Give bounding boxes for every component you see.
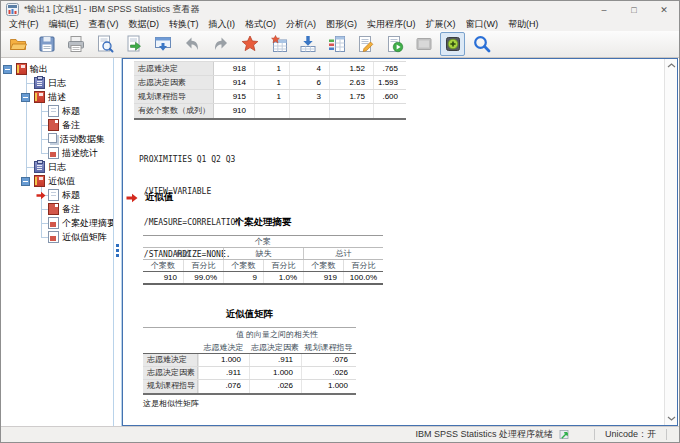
scroll-up-icon[interactable] [667, 63, 676, 68]
menu-item-data[interactable]: 数据(D) [124, 18, 165, 31]
tree-label: 近似值矩阵 [62, 231, 107, 244]
menu-item-help[interactable]: 帮助(H) [503, 18, 544, 31]
printer-icon [66, 34, 86, 54]
menu-item-utilities[interactable]: 实用程序(U) [362, 18, 421, 31]
save-button[interactable] [34, 32, 59, 56]
print-preview-button[interactable] [92, 32, 117, 56]
menu-item-file[interactable]: 文件(F) [4, 18, 44, 31]
menu-item-edit[interactable]: 编辑(E) [44, 18, 84, 31]
open-document-button[interactable] [5, 32, 30, 56]
group-header: 有效 [143, 248, 223, 259]
tree-label: 日志 [48, 77, 66, 90]
print-button[interactable] [63, 32, 88, 56]
title-bar: *输出1 [文档1] - IBM SPSS Statistics 查看器 – □… [1, 1, 679, 18]
table-footnote: 这是相似性矩阵 [143, 398, 356, 409]
undo-button[interactable] [179, 32, 204, 56]
notes-icon [48, 203, 59, 215]
sidebar-item-notes2[interactable]: 备注 [1, 202, 113, 216]
cell: 3 [289, 90, 329, 103]
sidebar-item-descriptives[interactable]: 描述 [1, 90, 113, 104]
section-heading: 近似值 [126, 191, 174, 204]
sidebar-item-title1[interactable]: 标题 [1, 104, 113, 118]
undo-icon [182, 34, 202, 54]
edit-output-button[interactable] [353, 32, 378, 56]
vertical-scrollbar[interactable] [664, 59, 677, 425]
pane-splitter[interactable] [113, 58, 122, 426]
title-page-icon [48, 105, 59, 117]
cell: 6 [289, 76, 329, 89]
table-title: 个案处理摘要 [143, 216, 383, 229]
sidebar-item-title2[interactable]: 标题 [1, 188, 113, 202]
menu-item-transform[interactable]: 转换(T) [164, 18, 204, 31]
sidebar-item-descriptive-stats[interactable]: 描述统计 [1, 146, 113, 160]
proximity-matrix-table[interactable]: 近似值矩阵 值 的向量之间的相关性 志愿难决定 志愿决定因素 规划课程指导 志愿… [143, 308, 356, 409]
sidebar-item-active-dataset[interactable]: 活动数据集 [1, 132, 113, 146]
status-separator [666, 429, 667, 440]
procedure-book-icon [34, 175, 45, 187]
sidebar-item-output[interactable]: 输出 [1, 62, 113, 76]
current-section-arrow-icon [126, 193, 138, 203]
find-button[interactable] [469, 32, 494, 56]
outline-pane: 输出 日志 描述 标题 备注 活动数据集 描述统计 日志 近似值 标题 备注 个… [1, 58, 113, 426]
column-header: 个案数 [143, 260, 183, 271]
splitter-handle-icon[interactable] [116, 244, 119, 259]
menu-item-view[interactable]: 查看(V) [84, 18, 124, 31]
sidebar-item-log2[interactable]: 日志 [1, 160, 113, 174]
cell: 1.000 [249, 367, 301, 379]
tree-label: 备注 [62, 119, 80, 132]
app-icon [6, 3, 19, 16]
designate-window-icon [443, 34, 463, 54]
tree-label: 备注 [62, 203, 80, 216]
row-label: 规划课程指导 [134, 90, 214, 103]
collapse-icon[interactable] [3, 65, 12, 74]
cell: 1.000 [198, 354, 249, 366]
menu-item-extensions[interactable]: 扩展(X) [421, 18, 461, 31]
maximize-button[interactable]: □ [619, 1, 649, 18]
run-document-button[interactable] [382, 32, 407, 56]
close-button[interactable]: ✕ [649, 1, 679, 18]
tree-label: 描述统计 [62, 147, 98, 160]
cell: 910 [214, 104, 254, 118]
variables-button[interactable] [295, 32, 320, 56]
search-icon [472, 34, 492, 54]
recall-dialogs-button[interactable] [150, 32, 175, 56]
collapse-icon[interactable] [21, 177, 30, 186]
select-last-output-button[interactable] [411, 32, 436, 56]
go-to-variable-button[interactable] [266, 32, 291, 56]
menu-item-graphs[interactable]: 图形(G) [321, 18, 362, 31]
sidebar-item-proximity-matrix[interactable]: 近似值矩阵 [1, 230, 113, 244]
minimize-button[interactable]: – [589, 1, 619, 18]
menu-item-format[interactable]: 格式(O) [240, 18, 281, 31]
sidebar-item-case-processing-summary[interactable]: 个案处理摘要 [1, 216, 113, 230]
sidebar-item-notes1[interactable]: 备注 [1, 118, 113, 132]
table-icon [48, 231, 59, 243]
case-processing-summary-table[interactable]: 个案处理摘要 个案 有效 缺失 总计 个案数 百分比 个案数 百分比 [143, 216, 383, 285]
row-label: 志愿决定因素 [134, 76, 214, 89]
value-labels-button[interactable] [324, 32, 349, 56]
document-run-icon [385, 34, 405, 54]
descriptives-table[interactable]: 志愿难决定918141.52.765 志愿决定因素914162.631.593 … [134, 61, 406, 120]
cell: 1.000 [301, 380, 356, 393]
tree-label: 个案处理摘要 [62, 217, 113, 230]
document-pencil-icon [356, 34, 376, 54]
sidebar-item-proximities[interactable]: 近似值 [1, 174, 113, 188]
menu-item-analyze[interactable]: 分析(A) [281, 18, 321, 31]
cell: 1.75 [329, 90, 373, 103]
table-row: 规划课程指导915131.75.600 [134, 90, 406, 104]
row-label: 志愿难决定 [134, 62, 214, 75]
processor-status-icon [559, 429, 570, 440]
redo-button[interactable] [208, 32, 233, 56]
designate-window-button[interactable] [440, 32, 465, 56]
scroll-down-icon[interactable] [667, 416, 676, 421]
sidebar-item-log1[interactable]: 日志 [1, 76, 113, 90]
dataset-pages-icon [48, 133, 57, 143]
menu-item-window[interactable]: 窗口(W) [461, 18, 504, 31]
go-to-case-button[interactable] [237, 32, 262, 56]
collapse-icon[interactable] [21, 93, 30, 102]
cell [329, 104, 373, 118]
redo-icon [211, 34, 231, 54]
export-button[interactable] [121, 32, 146, 56]
menu-item-insert[interactable]: 插入(I) [204, 18, 241, 31]
cell: 1.0% [263, 272, 303, 283]
column-header: 百分比 [183, 260, 223, 271]
